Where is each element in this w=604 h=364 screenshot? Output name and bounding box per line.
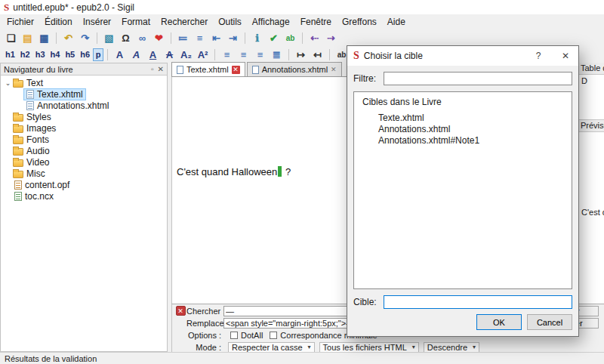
- tree-item[interactable]: Fonts: [1, 134, 167, 145]
- undo-icon[interactable]: ↶: [60, 31, 76, 45]
- insert-image-icon[interactable]: ▧: [101, 31, 117, 45]
- heading-6-button[interactable]: h6: [78, 48, 92, 61]
- filter-input[interactable]: [384, 72, 572, 85]
- align-right-icon[interactable]: ≡: [252, 48, 268, 62]
- window-title: untitled.epub* - epub2.0 - Sigil: [13, 2, 134, 13]
- indent-decrease-icon[interactable]: ⇤: [208, 31, 224, 45]
- close-panel-icon[interactable]: ✕: [158, 65, 164, 73]
- preview-panel-title: Prévisualisation: [581, 121, 604, 130]
- next-link-icon[interactable]: ⇢: [323, 31, 339, 45]
- metadata-editor-icon[interactable]: ℹ: [249, 31, 265, 45]
- heading-3-button[interactable]: h3: [33, 48, 48, 61]
- dialog-close-icon[interactable]: ✕: [554, 46, 577, 66]
- ok-button[interactable]: OK: [476, 314, 522, 330]
- new-file-icon[interactable]: ❏: [3, 31, 19, 45]
- book-browser-tree: ⌄ Text Texte.xhtml: [1, 76, 167, 202]
- text-direction-ltr-icon[interactable]: ↦: [293, 48, 309, 62]
- filter-row: Filtre:: [353, 72, 572, 85]
- heading-1-button[interactable]: h1: [3, 48, 17, 61]
- underline-icon[interactable]: A: [145, 48, 161, 62]
- insert-link-icon[interactable]: ∞: [134, 31, 150, 45]
- target-list-item[interactable]: Annotations.xhtml: [356, 123, 570, 134]
- chevron-down-icon: ▾: [412, 344, 415, 350]
- numbered-list-icon[interactable]: ≡: [192, 31, 208, 45]
- file-type-icon: [14, 192, 22, 201]
- tree-item-label: Audio: [26, 146, 50, 156]
- sigil-window: S untitled.epub* - epub2.0 - Sigil Fichi…: [0, 0, 604, 364]
- tab-close-icon[interactable]: ✕: [331, 66, 337, 73]
- menu-item[interactable]: Greffons: [337, 15, 382, 29]
- case-mode-value: Respecter la casse: [232, 343, 303, 352]
- bold-icon[interactable]: A: [112, 48, 128, 62]
- italic-icon[interactable]: A: [128, 48, 144, 62]
- menu-item[interactable]: Fichier: [2, 15, 39, 29]
- donate-heart-icon[interactable]: ❤: [151, 31, 167, 45]
- special-character-icon[interactable]: Ω: [118, 31, 134, 45]
- align-center-icon[interactable]: ≡: [236, 48, 251, 62]
- menu-item[interactable]: Aide: [382, 15, 411, 29]
- choose-target-dialog: S Choisir la cible ? ✕ Filtre: Cibles da…: [347, 45, 579, 337]
- menu-item[interactable]: Affichage: [247, 15, 295, 29]
- tree-item[interactable]: Annotations.xhtml: [1, 100, 167, 111]
- previous-link-icon[interactable]: ⇠: [307, 31, 322, 45]
- dotall-label: DotAll: [241, 331, 263, 340]
- tree-item[interactable]: Audio: [1, 145, 167, 156]
- redo-icon[interactable]: ↷: [77, 31, 93, 45]
- tree-item[interactable]: toc.ncx: [1, 190, 167, 202]
- target-group-label[interactable]: Cibles dans le Livre: [356, 95, 570, 112]
- minimal-match-checkbox[interactable]: [270, 332, 277, 339]
- menu-item[interactable]: Insérer: [78, 15, 116, 29]
- tab-label: Annotations.xhtml: [262, 65, 328, 74]
- align-justify-icon[interactable]: ≣: [269, 48, 285, 62]
- tree-item[interactable]: Texte.xhtml: [1, 88, 167, 100]
- editor-tab[interactable]: Texte.xhtml ✕: [171, 62, 245, 76]
- validation-results-label[interactable]: Résultats de la validation: [5, 354, 97, 363]
- tree-item[interactable]: ⌄ Text: [1, 77, 167, 88]
- files-scope-dropdown[interactable]: Tous les fichiers HTML ▾: [319, 342, 419, 353]
- menu-item[interactable]: Édition: [39, 15, 78, 29]
- spellcheck-icon[interactable]: ab: [282, 31, 298, 45]
- file-type-icon: [13, 171, 23, 178]
- menu-item[interactable]: Outils: [213, 15, 247, 29]
- menu-item[interactable]: Format: [116, 15, 156, 29]
- toc-content[interactable]: D: [578, 75, 604, 120]
- menu-item[interactable]: Rechercher: [156, 15, 213, 29]
- cancel-button[interactable]: Cancel: [527, 314, 572, 330]
- dialog-body: Filtre: Cibles dans le Livre Texte.xhtml…: [347, 66, 578, 336]
- tree-item[interactable]: Styles: [1, 111, 167, 122]
- strikethrough-icon[interactable]: A: [162, 48, 177, 62]
- float-panel-icon[interactable]: ▫: [151, 65, 154, 73]
- sigil-logo-icon: S: [353, 50, 359, 62]
- text-direction-rtl-icon[interactable]: ↤: [310, 48, 325, 62]
- filter-label: Filtre:: [353, 73, 379, 84]
- dotall-checkbox[interactable]: [230, 332, 238, 339]
- tree-item[interactable]: Video: [1, 156, 167, 168]
- superscript-icon[interactable]: A²: [195, 48, 211, 62]
- close-find-replace-icon[interactable]: ✕: [176, 306, 186, 316]
- toc-item[interactable]: D: [581, 76, 587, 85]
- menu-item[interactable]: Fenêtre: [295, 15, 337, 29]
- dialog-help-button[interactable]: ?: [527, 46, 550, 66]
- target-list-item[interactable]: Texte.xhtml: [356, 112, 570, 123]
- indent-increase-icon[interactable]: ⇥: [225, 31, 241, 45]
- target-input[interactable]: [384, 295, 572, 309]
- heading-4-button[interactable]: h4: [48, 48, 63, 61]
- subscript-icon[interactable]: A₂: [178, 48, 194, 62]
- align-left-icon[interactable]: ≡: [219, 48, 235, 62]
- file-type-icon: [13, 80, 23, 88]
- tree-item[interactable]: Images: [1, 122, 167, 134]
- tab-close-icon[interactable]: ✕: [232, 66, 240, 74]
- heading-2-button[interactable]: h2: [18, 48, 32, 61]
- target-list-item[interactable]: Annotations.xhtml#Note1: [356, 134, 570, 146]
- bulleted-list-icon[interactable]: ≔: [175, 31, 191, 45]
- check-epub-icon[interactable]: ✔: [266, 31, 282, 45]
- direction-dropdown[interactable]: Descendre ▾: [424, 342, 479, 353]
- tree-item[interactable]: Misc: [1, 168, 167, 179]
- paragraph-button[interactable]: p: [93, 48, 103, 61]
- open-folder-icon[interactable]: ▤: [20, 31, 35, 45]
- heading-5-button[interactable]: h5: [63, 48, 77, 61]
- save-icon[interactable]: ▦: [36, 31, 52, 45]
- editor-tab[interactable]: Annotations.xhtml ✕: [247, 62, 342, 76]
- tree-item[interactable]: content.opf: [1, 179, 167, 190]
- case-mode-dropdown[interactable]: Respecter la casse ▾: [228, 342, 315, 353]
